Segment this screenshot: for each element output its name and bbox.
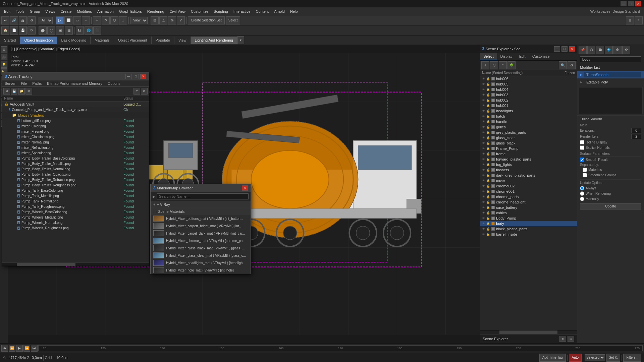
tab-object-inspection[interactable]: Object Inspection <box>20 37 57 44</box>
select-region-button[interactable]: ⬜ <box>64 16 72 24</box>
iterations-input[interactable] <box>631 128 641 133</box>
se-filter-btn[interactable]: ⬡ <box>490 61 498 69</box>
se-tab-select[interactable]: Select <box>480 53 497 60</box>
menu-content[interactable]: Content <box>253 9 272 14</box>
menu-modifiers[interactable]: Modifiers <box>74 9 95 14</box>
at-tb1[interactable]: 🖥 <box>3 88 10 95</box>
se-item-frame-pump[interactable]: 👁🔒Frame_Pump <box>480 146 577 151</box>
close-button[interactable]: ✕ <box>635 1 641 6</box>
mb-mat-buttons[interactable]: Hybrid_Mixer_buttons_mat ( VRayMtl ) [in… <box>151 215 251 222</box>
se-layer-btn[interactable]: ≡ <box>499 61 507 69</box>
menu-animation[interactable]: Animation <box>95 9 116 14</box>
align-button[interactable]: ≡ <box>635 16 643 24</box>
auto-key-btn[interactable]: Auto <box>569 354 582 362</box>
se-item-grilles[interactable]: 👁🔒grilles <box>480 124 577 130</box>
se-item-headlights[interactable]: 👁🔒headlights <box>480 108 577 114</box>
at-pump-body-metallic[interactable]: 🖼 Pump_Body_Trailer_Metallic.png Found <box>2 161 149 166</box>
mb-mat-glass-clear[interactable]: Hybrid_Mixer_glass_clear_mat ( VRayMtl )… <box>151 252 251 259</box>
at-pump-wheels-base[interactable]: 🖼 Pump_Wheels_BaseColor.png Found <box>2 209 149 215</box>
timeline-start-btn[interactable]: ⏮ <box>1 345 8 352</box>
at-pump-wheels-roughness[interactable]: 🖼 Pump_Wheels_Roughness.png Found <box>2 225 149 231</box>
add-time-tag-btn[interactable]: Add Time Tag <box>539 354 566 362</box>
at-help-btn[interactable]: ? <box>133 88 140 95</box>
snap-button[interactable]: ⊡ <box>151 16 159 24</box>
undo-button[interactable]: ↩ <box>1 16 9 24</box>
se-item-frame[interactable]: 👁🔒frame <box>480 151 577 157</box>
tb2-btn6[interactable]: ◯ <box>47 26 55 35</box>
se-item-fog-lights[interactable]: 👁🔒fog_lights <box>480 162 577 167</box>
at-mixer-glossiness[interactable]: 🖼 mixer_Glossiness.png Found <box>2 134 149 139</box>
at-pump-body-opacity[interactable]: 🖼 Pump_Body_Trailer_Opacity.png Found <box>2 172 149 177</box>
at-pump-body-roughness[interactable]: 🖼 Pump_Body_Trailer_Roughness.png Found <box>2 182 149 188</box>
se-item-hub002[interactable]: 👁🔒hub002 <box>480 98 577 103</box>
at-list[interactable]: 🏛 Autodesk Vault Logged O... 3 Concrete_… <box>2 102 149 262</box>
se-item-cover[interactable]: 👁🔒cover <box>480 178 577 183</box>
se-item-body-pump[interactable]: 👁🔒Body_Pump <box>480 216 577 221</box>
se-item-hub006[interactable]: 👁🔒hub006 <box>480 76 577 81</box>
at-pump-tank-normal[interactable]: 🖼 Pump_Tank_Normal.png Found <box>2 198 149 204</box>
tb2-btn3[interactable]: 💾 <box>19 26 27 35</box>
menu-edit[interactable]: Edit <box>1 9 13 14</box>
props-btn6[interactable]: ⚙ <box>622 46 630 54</box>
menu-arnold[interactable]: Arnold <box>271 9 287 14</box>
se-search-btn[interactable]: 🔍 <box>559 61 567 69</box>
tb2-render3[interactable]: ⬛ <box>93 26 101 35</box>
tb2-btn2[interactable]: 📄 <box>10 26 18 35</box>
timeline-next-btn[interactable]: ⏩ <box>23 345 30 352</box>
percent-snap-button[interactable]: % <box>168 16 176 24</box>
tab-populate[interactable]: Populate <box>152 37 174 44</box>
se-item-dark-grey[interactable]: 👁🔒dark_grey_plastic_parts <box>480 173 577 178</box>
at-close-btn[interactable]: ✕ <box>140 74 146 79</box>
menu-customize[interactable]: Customize <box>188 9 211 14</box>
menu-interactive[interactable]: Interactive <box>231 9 253 14</box>
se-item-black-plastic[interactable]: 👁🔒black_plastic_parts <box>480 226 577 232</box>
tab-started[interactable]: Started <box>0 37 20 44</box>
menu-tools[interactable]: Tools <box>13 9 27 14</box>
at-mixer-normal[interactable]: 🖼 mixer_Normal.png Found <box>2 139 149 145</box>
timeline-bar[interactable]: 120 130 140 150 160 170 180 190 200 210 … <box>38 345 643 351</box>
se-item-glass-black[interactable]: 👁🔒glass_black <box>480 140 577 146</box>
se-item-hub003[interactable]: 👁🔒hub003 <box>480 92 577 98</box>
se-item-hub001[interactable]: 👁🔒hub001 <box>480 103 577 108</box>
tb2-render2[interactable]: 🌐 <box>85 26 93 35</box>
tab-dropdown[interactable]: ▾ <box>237 36 244 44</box>
props-btn5[interactable]: 🗑 <box>613 46 622 54</box>
se-item-flashers[interactable]: 👁🔒flashers <box>480 167 577 173</box>
tb2-btn5[interactable]: ⬤ <box>39 26 47 35</box>
select-circle-button[interactable]: ○ <box>82 16 90 24</box>
at-mixer-specular[interactable]: 🖼 mixer_Specular.png Found <box>2 150 149 156</box>
timeline-play-btn[interactable]: ▶ <box>16 345 23 352</box>
mb-mat-glass-black[interactable]: Hybrid_Mixer_glass_black_mat ( VRayMtl )… <box>151 244 251 252</box>
se-add-btn[interactable]: + <box>481 61 489 69</box>
se-tab-customize[interactable]: Customize <box>529 53 553 60</box>
at-tb4[interactable]: ⊞ <box>25 88 32 95</box>
mb-vray-header[interactable]: + + V-Ray <box>151 201 251 208</box>
se-item-hub004[interactable]: 👁🔒hub004 <box>480 87 577 92</box>
mb-mat-carpet-bright[interactable]: Hybrid_Mixer_carpert_bright_mat ( VRayMt… <box>151 222 251 230</box>
angle-snap-button[interactable]: ∠ <box>159 16 167 24</box>
tb2-btn4[interactable]: ↻ <box>28 26 36 35</box>
at-pump-tank-base[interactable]: 🖼 Pump_Tank_BaseColor.png Found <box>2 188 149 193</box>
unlink-button[interactable]: ⛓ <box>19 16 27 24</box>
update-button[interactable]: Update <box>580 203 641 209</box>
se-grid-btn[interactable]: ⊞ <box>568 336 574 342</box>
at-pump-body-refraction[interactable]: 🖼 Pump_Body_Trailer_Refraction.png Found <box>2 177 149 182</box>
se-maximize[interactable]: □ <box>561 46 568 52</box>
when-rendering-radio[interactable] <box>580 191 584 196</box>
vp-icon2[interactable]: 🎥 <box>1 54 7 60</box>
timeline-end-btn[interactable]: ⏭ <box>31 345 38 352</box>
place-button[interactable]: ⟂ <box>119 16 127 24</box>
select-rect-button[interactable]: ▭ <box>73 16 81 24</box>
at-buttons-diffuse[interactable]: 🖼 buttons_diffuse.png Found <box>2 118 149 123</box>
se-item-chrome-headlight[interactable]: 👁🔒chrome_headlight <box>480 199 577 205</box>
maximize-button[interactable]: □ <box>628 1 634 6</box>
at-tb3[interactable]: 📁 <box>18 88 25 95</box>
se-item-case-battery[interactable]: 👁🔒case_battery <box>480 205 577 210</box>
materials-checkbox[interactable] <box>583 168 587 172</box>
menu-views[interactable]: Views <box>43 9 58 14</box>
mb-mat-carpet-dark[interactable]: Hybrid_Mixer_carpet_dark_mat ( VRayMtl )… <box>151 230 251 237</box>
scale-button[interactable]: ⬡ <box>110 16 118 24</box>
props-btn4[interactable]: 💠 <box>605 46 613 54</box>
spinner-snap-button[interactable]: ⤢ <box>177 16 185 24</box>
se-tab-edit[interactable]: Edit <box>516 53 529 60</box>
